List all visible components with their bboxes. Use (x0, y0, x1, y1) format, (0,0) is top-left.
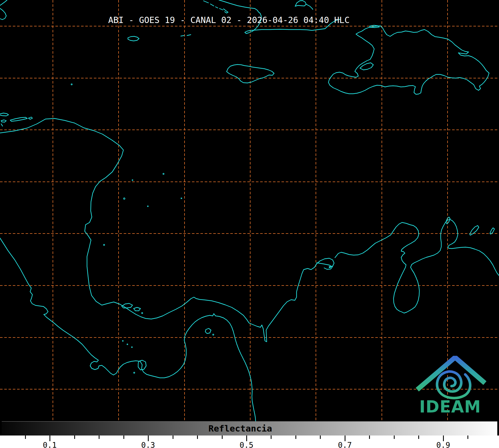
colorbar-tick-label: 0.7 (332, 441, 358, 448)
colorbar-minor-tick (271, 436, 272, 439)
colorbar-minor-tick (74, 436, 75, 439)
colorbar-label: Reflectancia (208, 423, 272, 434)
satellite-viewer: ABI - GOES 19 - CANAL 02 - 2026-04-26 04… (0, 0, 499, 448)
colorbar-tick-label: 0.1 (37, 441, 63, 448)
colorbar-minor-tick (394, 436, 395, 439)
colorbar-tick-label: 0.3 (135, 441, 161, 448)
colorbar-major-tick (443, 436, 444, 441)
colorbar-major-tick (345, 436, 345, 441)
colorbar-minor-tick (99, 436, 100, 439)
ideam-logo (0, 0, 499, 421)
colorbar-label-wrap: Reflectancia (0, 423, 481, 434)
colorbar-tick-label: 0.9 (430, 441, 456, 448)
colorbar-minor-tick (295, 436, 296, 439)
ideam-spiral-icon (437, 372, 470, 398)
colorbar-major-tick (49, 436, 50, 441)
colorbar-minor-tick (320, 436, 321, 439)
ideam-mountain-icon (419, 358, 483, 388)
colorbar-minor-tick (369, 436, 370, 439)
colorbar-minor-tick (173, 436, 173, 439)
colorbar-minor-tick (197, 436, 198, 439)
map-area: ABI - GOES 19 - CANAL 02 - 2026-04-26 04… (0, 0, 499, 421)
colorbar-minor-tick (123, 436, 124, 439)
colorbar-minor-tick (222, 436, 223, 439)
colorbar-minor-tick (467, 436, 468, 439)
colorbar-axis: 0.10.30.50.70.9 (0, 436, 499, 448)
colorbar-major-tick (148, 436, 149, 441)
colorbar-minor-tick (25, 436, 26, 439)
colorbar-major-tick (246, 436, 247, 441)
colorbar-tick-label: 0.5 (234, 441, 259, 448)
ideam-wordmark: IDEAM (407, 397, 493, 416)
colorbar-minor-tick (418, 436, 419, 439)
